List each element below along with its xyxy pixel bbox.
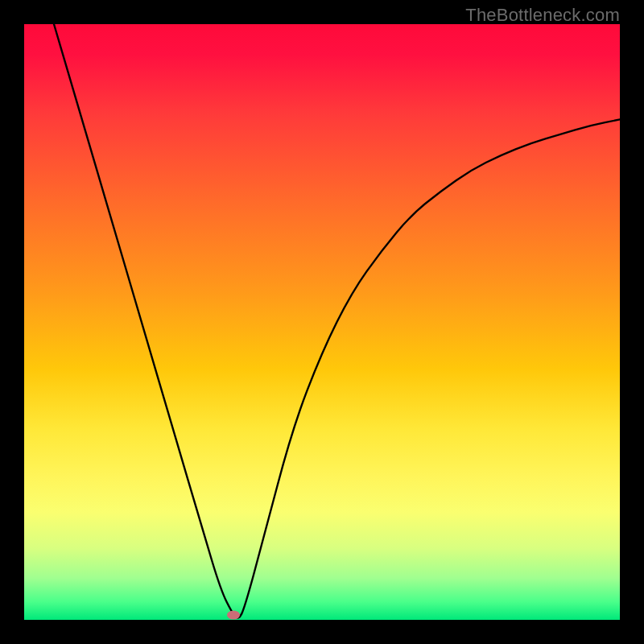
watermark-text: TheBottleneck.com (465, 5, 620, 26)
bottleneck-curve (54, 24, 620, 618)
minimum-marker (227, 611, 240, 620)
chart-container: TheBottleneck.com (0, 0, 644, 644)
curve-svg (24, 24, 620, 620)
